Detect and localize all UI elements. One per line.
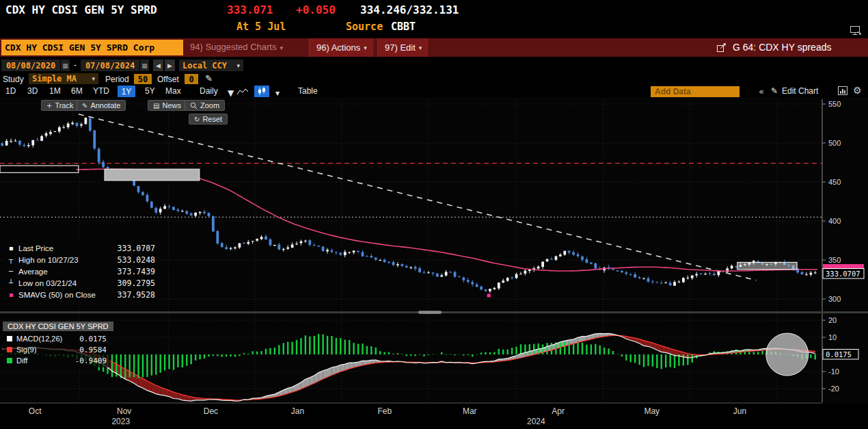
low-marker [487,294,491,297]
macd-highlight-circle [766,333,809,376]
tab-5y[interactable]: 5Y [145,86,155,96]
period-label: Period [105,75,129,84]
actions-menu[interactable]: 96) Actions▾ [309,38,375,57]
year-label: 2023 [111,417,130,426]
chevron-down-icon: ▾ [236,62,240,69]
suggested-charts-menu[interactable]: 94) Suggested Charts▾ [190,42,283,52]
sig-label: Sig(9) [16,346,79,354]
currency-select[interactable]: Local CCY▾ [179,60,243,71]
gear-icon[interactable]: ⚙ [853,85,862,96]
launchpad-icon[interactable] [850,25,863,36]
tab-1d[interactable]: 1D [5,86,16,96]
tab-ytd[interactable]: YTD [93,86,109,96]
svg-text:20: 20 [828,316,837,324]
month-label: Jun [733,406,746,416]
sig-swatch [7,347,12,352]
scroll-left-button[interactable]: ◀ [153,60,163,71]
legend-label: High on 10/27/23 [18,256,118,264]
legend-label: Last Price [18,244,118,252]
study-controls: Study Simple MA▾ Period 50 Offset 0 ✎ [0,73,868,85]
month-label: Apr [552,406,565,416]
annotate-pencil-icon[interactable]: ✎ [205,73,213,83]
period-input[interactable]: 50 [134,74,152,84]
offset-input[interactable]: 0 [185,74,198,84]
line-chart-icon[interactable] [236,88,249,96]
study-label: Study [3,75,24,84]
sig-row: Sig(9) 0.9584 [3,344,111,355]
range-dash: - [74,60,77,70]
legend-value: 337.9528 [118,290,155,300]
offset-label: Offset [157,75,179,84]
high-marker-swatch: ┬ [9,256,18,263]
security-title: CDX HY CDSI GEN 5Y SPRD [5,3,157,16]
legend-row-smavg: ▪ SMAVG (50) on Close 337.9528 [4,289,160,300]
chevron-down-icon[interactable]: ▾ [275,88,280,98]
frequency-select[interactable]: Daily [200,86,218,96]
source-value: CBBT [391,21,416,33]
calendar-icon[interactable]: ▦ [61,60,70,71]
news-button[interactable]: ▤News [148,100,187,111]
date-to-field[interactable]: 07/08/2024 [81,60,139,71]
table-button[interactable]: Table [298,86,318,96]
chart-settings-icon[interactable] [838,86,847,95]
reset-label: Reset [202,115,222,123]
svg-text:300: 300 [828,295,841,303]
collapse-panel-icon[interactable]: « [759,86,764,96]
last-price-axis-label: 333.0707 [826,270,860,278]
source-label: Source [346,21,383,33]
tab-6m[interactable]: 6M [71,86,83,96]
svg-text:10: 10 [828,333,837,341]
legend-value: 333.0707 [118,244,155,253]
date-from-field[interactable]: 08/08/2020 [1,60,60,71]
legend-row-low: ┴ Low on 03/21/24 309.2795 [4,277,160,289]
legend-value: 309.2795 [118,278,155,288]
svg-text:-10: -10 [828,367,839,376]
bid-ask: 334.246/332.131 [360,3,459,16]
diff-value: -0.9409 [75,356,107,365]
svg-text:350: 350 [828,256,841,264]
calendar-icon[interactable]: ▦ [140,60,149,71]
tab-1m[interactable]: 1M [49,86,61,96]
last-price-swatch: ▪ [9,244,18,252]
edit-menu[interactable]: 97) Edit▾ [377,38,429,57]
track-button[interactable]: +Track [41,100,79,111]
track-label: Track [55,101,73,109]
chevron-down-icon[interactable]: ▼ [228,88,234,98]
news-icon: ▤ [153,102,159,109]
reset-icon: ↻ [194,116,200,123]
month-label: Dec [204,406,218,416]
legend-row-high: ┬ High on 10/27/23 533.0248 [4,254,160,265]
zoom-label: Zoom [200,101,219,109]
security-field[interactable]: CDX HY CDSI GEN 5Y SPRD Corp [1,40,183,55]
legend-value: 533.0248 [118,255,155,265]
year-label: 2024 [527,417,545,426]
news-label: News [162,101,181,109]
candlestick-chart-icon[interactable] [254,86,269,97]
edit-pencil-icon[interactable]: ✎ [771,86,778,96]
edit-chart-button[interactable]: Edit Chart [782,86,818,96]
zoom-button[interactable]: Zoom [185,100,225,111]
chevron-down-icon: ▾ [92,75,95,82]
month-label: May [644,406,660,416]
annotation-box [737,262,797,269]
month-label: Jan [291,406,304,416]
tab-3d[interactable]: 3D [27,86,38,96]
scroll-right-button[interactable]: ▶ [165,60,175,71]
as-of-time: At 5 Jul [236,21,286,33]
divider-handle [418,311,442,314]
add-data-input[interactable] [651,86,740,97]
chevron-down-icon: ▾ [364,44,367,51]
macd-label: MACD(12,26) [16,335,79,343]
month-label: Oct [29,406,42,416]
study-select[interactable]: Simple MA▾ [29,73,98,84]
legend-row-last-price: ▪ Last Price 333.0707 [4,242,160,254]
svg-text:450: 450 [828,178,841,186]
macd-panel-title: CDX HY CDSI GEN 5Y SPRD [3,322,113,331]
chart-title-tag: G 64: CDX HY spreads [733,42,831,53]
export-icon[interactable] [716,42,727,53]
range-controls: 08/08/2020 ▦ - 07/08/2024 ▦ ◀ ▶ Local CC… [0,59,868,73]
reset-button[interactable]: ↻Reset [189,114,228,125]
annotate-button[interactable]: ✎Annotate [77,100,126,111]
tab-1y-selected[interactable]: 1Y [118,86,135,97]
tab-max[interactable]: Max [165,86,181,96]
